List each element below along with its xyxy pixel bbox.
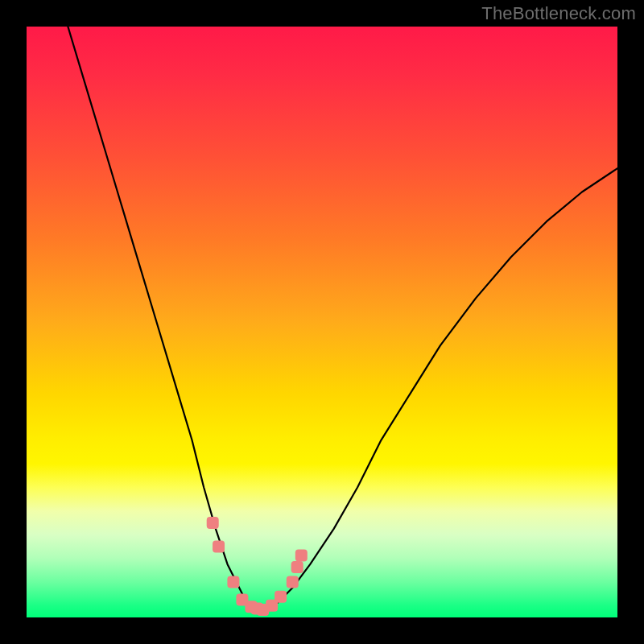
optimum-marker	[207, 517, 219, 529]
curve-layer	[68, 27, 617, 610]
optimum-marker	[291, 561, 303, 573]
bottleneck-curve	[68, 27, 617, 610]
marker-layer	[207, 517, 308, 616]
optimum-marker	[227, 576, 239, 588]
watermark-text: TheBottleneck.com	[481, 3, 636, 24]
plot-area	[27, 27, 617, 617]
chart-svg	[27, 27, 617, 617]
optimum-marker	[213, 540, 225, 552]
optimum-marker	[275, 591, 287, 603]
optimum-marker	[287, 576, 299, 588]
optimum-marker	[295, 549, 308, 561]
chart-frame: TheBottleneck.com	[0, 0, 644, 644]
